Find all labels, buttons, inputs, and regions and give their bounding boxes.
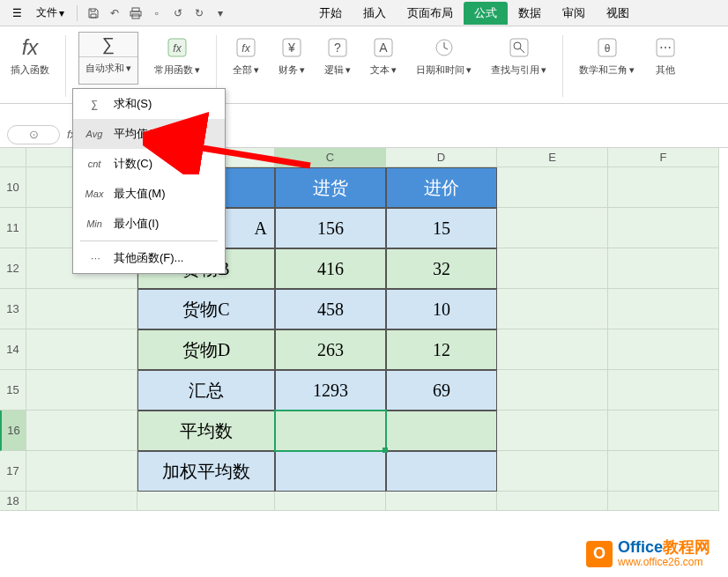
svg-text:fx: fx [241, 42, 250, 55]
svg-text:θ: θ [604, 42, 610, 55]
clock-icon [433, 33, 456, 62]
svg-rect-14 [510, 39, 528, 56]
tab-insert[interactable]: 插入 [353, 2, 397, 25]
more-fn-icon: ⋯ [84, 253, 105, 264]
col-header-e[interactable]: E [497, 148, 608, 167]
row-header[interactable]: 10 [0, 167, 26, 208]
svg-text:¥: ¥ [287, 41, 295, 55]
dropdown-min[interactable]: Min 最小值(I) [73, 209, 225, 239]
other-button[interactable]: ⋯ 其他 [650, 32, 680, 78]
watermark-logo: O [586, 541, 613, 567]
svg-text:A: A [379, 41, 388, 55]
selected-cell[interactable] [275, 411, 386, 451]
tab-start[interactable]: 开始 [308, 2, 353, 25]
autosum-dropdown: ∑ 求和(S) Avg 平均值(A) cnt 计数(C) Max 最大值(M) … [72, 88, 226, 274]
datetime-button[interactable]: 日期和时间▾ [412, 32, 475, 78]
name-box[interactable]: ⊙ [7, 125, 60, 144]
financial-button[interactable]: ¥ 财务▾ [275, 32, 308, 78]
dropdown-sum[interactable]: ∑ 求和(S) [73, 89, 225, 119]
col-header-f[interactable]: F [608, 148, 719, 167]
insert-function-button[interactable]: fx 插入函数 [7, 32, 53, 78]
math-icon: θ [596, 33, 619, 62]
autosum-button[interactable]: ∑ 自动求和▾ [78, 32, 138, 85]
avg-icon: Avg [84, 129, 105, 139]
svg-text:⋯: ⋯ [659, 41, 672, 55]
cnt-icon: cnt [84, 159, 105, 169]
dropdown-max[interactable]: Max 最大值(M) [73, 179, 225, 209]
tab-formula[interactable]: 公式 [464, 2, 508, 25]
fx-icon: fx [22, 33, 39, 62]
min-icon: Min [84, 218, 105, 229]
other-icon: ⋯ [654, 33, 677, 62]
lookup-button[interactable]: 查找与引用▾ [487, 32, 550, 78]
svg-text:fx: fx [173, 42, 182, 55]
tab-review[interactable]: 审阅 [552, 2, 596, 25]
tab-view[interactable]: 视图 [596, 2, 640, 25]
common-functions-button[interactable]: fx 常用函数▾ [151, 32, 204, 78]
logical-icon: ? [326, 33, 349, 62]
tab-layout[interactable]: 页面布局 [397, 2, 464, 25]
all-functions-button[interactable]: fx 全部▾ [229, 32, 263, 78]
sigma-icon: ∑ [79, 33, 137, 57]
lookup-icon [508, 33, 531, 62]
col-header-d[interactable]: D [386, 148, 497, 167]
max-icon: Max [84, 189, 105, 199]
financial-icon: ¥ [280, 33, 303, 62]
logical-button[interactable]: ? 逻辑▾ [321, 32, 354, 78]
text-button[interactable]: A 文本▾ [367, 32, 400, 78]
table-header: 进价 [386, 167, 497, 208]
dropdown-count[interactable]: cnt 计数(C) [73, 149, 225, 179]
dropdown-other[interactable]: ⋯ 其他函数(F)... [73, 243, 225, 273]
chevron-down-icon: ▾ [126, 63, 131, 74]
text-icon: A [372, 33, 395, 62]
watermark: O Office教程网 www.office26.com [586, 539, 710, 568]
ribbon-tabs: 开始 插入 页面布局 公式 数据 审阅 视图 [0, 0, 728, 26]
svg-text:?: ? [334, 41, 341, 55]
col-header-c[interactable]: C [275, 148, 386, 167]
star-fn-icon: fx [166, 33, 189, 62]
table-header: 进货 [275, 167, 386, 208]
tab-data[interactable]: 数据 [508, 2, 552, 25]
math-button[interactable]: θ 数学和三角▾ [576, 32, 638, 78]
sigma-small-icon: ∑ [84, 99, 105, 109]
all-fn-icon: fx [234, 33, 257, 62]
dropdown-average[interactable]: Avg 平均值(A) [73, 119, 225, 149]
